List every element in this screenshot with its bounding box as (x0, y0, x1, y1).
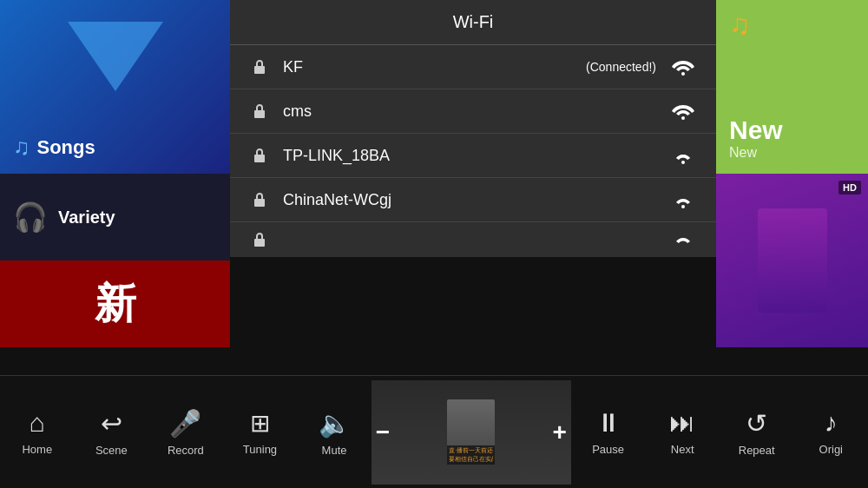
tuning-button[interactable]: ⊞ Tuning (223, 376, 298, 488)
original-button[interactable]: ♪ Origi (794, 376, 869, 488)
wifi-item-kf[interactable]: KF (Connected!) (230, 45, 716, 89)
wifi-name-chinanet: ChinaNet-WCgj (283, 191, 672, 209)
svg-point-1 (681, 72, 685, 76)
volume-up-button[interactable]: + (552, 419, 566, 446)
music-note-icon: ♫ (13, 134, 30, 161)
svg-point-5 (681, 161, 685, 164)
variety-label: Variety (58, 208, 115, 228)
home-button[interactable]: ⌂ Home (0, 376, 75, 488)
volume-down-button[interactable]: − (376, 419, 390, 446)
wifi-dialog: Wi-Fi KF (Connected!) cms (230, 0, 716, 257)
lock-icon-partial (252, 230, 267, 249)
pause-button[interactable]: ⏸ Pause (571, 376, 646, 488)
svg-rect-0 (254, 66, 265, 74)
original-icon: ♪ (825, 408, 838, 438)
wifi-signal-cms (672, 102, 694, 121)
new-sub-label: New (729, 145, 757, 161)
wifi-signal-tplink (672, 146, 694, 165)
wifi-item-cms[interactable]: cms (230, 89, 716, 134)
tuning-icon: ⊞ (250, 409, 270, 438)
lock-icon-chinanet (252, 190, 267, 209)
media-player: − 直·播前一天前还没发现 要相信自己在实战 + (372, 380, 571, 485)
variety-tile[interactable]: 🎧 Variety (0, 174, 230, 260)
next-label: Next (671, 443, 694, 456)
wifi-item-tplink[interactable]: TP-LINK_18BA (230, 134, 716, 178)
scene-label: Scene (95, 444, 128, 457)
mute-button[interactable]: 🔈 Mute (297, 376, 372, 488)
svg-rect-6 (254, 199, 265, 207)
svg-point-7 (681, 205, 685, 208)
tuning-label: Tuning (243, 443, 277, 456)
bottom-toolbar: ⌂ Home ↩ Scene 🎤 Record ⊞ Tuning 🔈 Mute … (0, 375, 868, 488)
pause-label: Pause (592, 443, 624, 456)
lock-icon-tplink (252, 146, 267, 165)
music-note-tile-icon: ♫ (729, 9, 750, 41)
wifi-signal-chinanet (672, 190, 694, 209)
mute-icon: 🔈 (319, 408, 351, 439)
scene-icon: ↩ (101, 408, 122, 439)
mute-label: Mute (322, 444, 347, 457)
original-label: Origi (819, 443, 843, 456)
wifi-name-tplink: TP-LINK_18BA (283, 147, 672, 165)
repeat-button[interactable]: ↺ Repeat (720, 376, 794, 488)
record-label: Record (168, 444, 204, 457)
home-icon: ⌂ (30, 408, 45, 438)
wifi-title: Wi-Fi (230, 0, 716, 45)
scene-button[interactable]: ↩ Scene (75, 376, 149, 488)
wifi-item-partial[interactable] (230, 222, 716, 257)
news-tile[interactable]: 新 (0, 260, 230, 347)
new-tile[interactable]: ♫ New New (716, 0, 868, 174)
microphone-icon: 🎤 (169, 408, 201, 439)
repeat-label: Repeat (739, 444, 775, 457)
songs-label: Songs (37, 136, 95, 159)
hd-tile[interactable]: HD (716, 174, 868, 347)
svg-rect-8 (254, 239, 265, 247)
media-text-line2: 要相信自己在实战 (449, 455, 493, 464)
wifi-item-chinanet[interactable]: ChinaNet-WCgj (230, 178, 716, 222)
media-text-line1: 直·播前一天前还没发现 (449, 446, 493, 455)
media-thumbnail: 直·播前一天前还没发现 要相信自己在实战 (372, 380, 571, 485)
next-icon: ⏭ (669, 408, 695, 438)
headphones-icon: 🎧 (13, 201, 48, 234)
new-main-label: New (729, 115, 783, 145)
wifi-connected-status: (Connected!) (586, 60, 656, 74)
lock-icon-cms (252, 102, 267, 121)
lock-icon-kf (252, 57, 267, 76)
wifi-signal-kf (672, 57, 694, 76)
svg-rect-4 (254, 155, 265, 162)
news-label: 新 (95, 276, 136, 332)
wifi-list: KF (Connected!) cms (230, 45, 716, 257)
wifi-name-kf: KF (283, 58, 586, 76)
svg-point-3 (681, 116, 685, 120)
songs-tile[interactable]: ♫ Songs (0, 0, 230, 174)
svg-rect-2 (254, 110, 265, 118)
wifi-name-cms: cms (283, 102, 672, 121)
record-button[interactable]: 🎤 Record (148, 376, 223, 488)
repeat-icon: ↺ (746, 408, 767, 439)
wifi-signal-partial (672, 234, 694, 245)
next-button[interactable]: ⏭ Next (645, 376, 720, 488)
pause-icon: ⏸ (595, 408, 621, 438)
home-label: Home (22, 443, 52, 456)
